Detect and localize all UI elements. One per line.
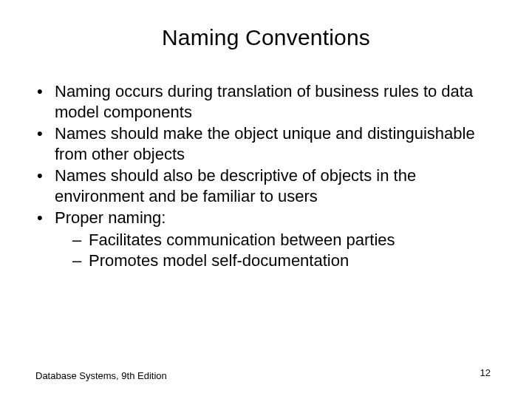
bullet-list: Naming occurs during translation of busi… — [35, 81, 497, 271]
slide-body: Naming occurs during translation of busi… — [35, 81, 497, 271]
footer-page-number: 12 — [480, 367, 491, 378]
list-item: Names should also be descriptive of obje… — [35, 166, 497, 206]
slide-title: Naming Conventions — [35, 25, 497, 50]
slide-container: Naming Conventions Naming occurs during … — [0, 0, 532, 399]
list-item: Promotes model self-documentation — [72, 250, 497, 271]
list-item: Facilitates communication between partie… — [72, 230, 497, 250]
bullet-text: Naming occurs during translation of busi… — [55, 82, 473, 121]
sub-bullet-list: Facilitates communication between partie… — [55, 230, 497, 271]
bullet-text: Proper naming: — [55, 208, 166, 227]
list-item: Naming occurs during translation of busi… — [35, 81, 497, 122]
list-item: Proper naming: Facilitates communication… — [35, 208, 497, 271]
list-item: Names should make the object unique and … — [35, 123, 497, 164]
sub-bullet-text: Promotes model self-documentation — [89, 251, 349, 270]
bullet-text: Names should also be descriptive of obje… — [55, 166, 416, 205]
bullet-text: Names should make the object unique and … — [55, 124, 475, 163]
sub-bullet-text: Facilitates communication between partie… — [89, 231, 395, 249]
footer-source: Database Systems, 9th Edition — [35, 370, 167, 381]
